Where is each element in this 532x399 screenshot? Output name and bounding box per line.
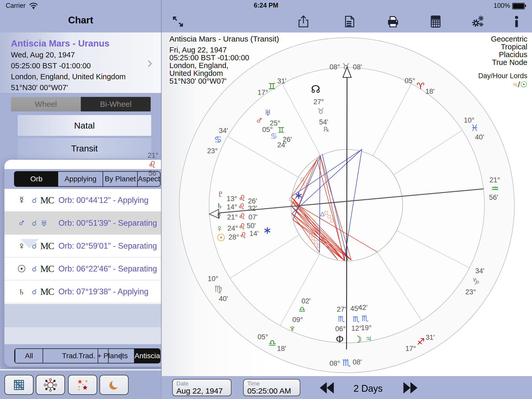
chart-info-panel[interactable]: Antiscia Mars - Uranus Wed, Aug 20, 1947…: [0, 32, 161, 93]
dispositor-graph-button[interactable]: [36, 375, 65, 395]
chart-details: Fri, Aug 22, 194705:25:00 BST -01:00:00L…: [169, 46, 249, 85]
battery-icon: [512, 3, 525, 9]
aspect-category-tabs: AllTrad.Trad. + Planets|Antiscia: [14, 348, 161, 363]
sidebar-bottom-toolbar: [0, 369, 161, 399]
chart-setting-line: Geocentric: [491, 35, 527, 43]
rewind-icon: [319, 382, 335, 394]
bottom-bar: Date Aug 22, 1947 Time 05:25:00 AM 2 Day…: [161, 376, 532, 399]
battery-percent: 100%: [494, 2, 510, 9]
chart-detail-line: 51°N30' 00°W07': [169, 77, 249, 85]
fixed-stars-button[interactable]: [68, 375, 97, 395]
filter-tab[interactable]: By Planet: [103, 172, 137, 186]
category-tab[interactable]: Antiscia: [134, 349, 160, 363]
planet2-glyph: MC: [40, 286, 57, 297]
step-interval-label[interactable]: 2 Days: [354, 383, 383, 394]
moon-phases-button[interactable]: [99, 375, 129, 395]
status-bar: Carrier 6:24 PM 100%: [0, 0, 532, 11]
chevron-right-icon: ›: [147, 55, 152, 70]
chart-info-title: Antiscia Mars - Uranus: [11, 38, 109, 49]
tab-wheel[interactable]: Wheel: [11, 97, 81, 111]
chart-title: Antiscia Mars - Uranus (Transit): [169, 35, 279, 43]
planet1-glyph: ☉: [15, 263, 28, 275]
day-lord-glyph: ♃: [512, 80, 518, 89]
table-button[interactable]: [429, 14, 442, 29]
category-tab[interactable]: All: [15, 349, 43, 363]
date-field-label: Date: [176, 381, 227, 387]
top-bar: Carrier 6:24 PM 100% Chart: [0, 0, 532, 33]
sidebar: Antiscia Mars - Uranus Wed, Aug 20, 1947…: [0, 32, 161, 399]
aspect-grid-icon: [12, 378, 25, 391]
hour-lord-glyph: ☉: [520, 80, 527, 89]
time-field-label: Time: [247, 381, 296, 387]
fullscreen-button[interactable]: [171, 14, 185, 29]
aspect-grid-button[interactable]: [4, 375, 34, 395]
planet2-glyph: ♅: [40, 217, 57, 229]
orb-text: Orb: 02°59'01" - Separating: [58, 241, 157, 251]
chart-info-time: 05:25:00 BST -01:00:00: [11, 62, 91, 70]
planet2-glyph: MC: [40, 241, 57, 251]
clock-label: 6:24 PM: [0, 2, 532, 9]
popover-arrow: [20, 239, 39, 248]
share-button[interactable]: [297, 14, 310, 29]
aspect-list-item[interactable]: ♄ ☌ MC Orb: 07°19'38" - Applying: [4, 280, 171, 303]
filter-tab[interactable]: Orb: [15, 172, 58, 186]
time-field[interactable]: Time 05:25:00 AM: [243, 379, 300, 396]
time-field-value: 05:25:00 AM: [247, 387, 296, 395]
conjunction-icon: ☌: [28, 196, 40, 205]
dispositor-graph-icon: [44, 378, 57, 391]
planet2-glyph: MC: [40, 263, 57, 274]
chart-info-date: Wed, Aug 20, 1947: [11, 51, 75, 59]
print-button[interactable]: [386, 14, 400, 29]
orb-text: Orb: 06°22'46" - Separating: [58, 264, 157, 274]
orb-text: Orb: 07°19'38" - Applying: [58, 287, 148, 296]
wheel-mode-toggle: Wheel Bi-Wheel: [11, 97, 151, 111]
chart-detail-line: Fri, Aug 22, 1947: [169, 46, 249, 54]
chart-detail-line: 05:25:00 BST -01:00:00: [169, 54, 249, 62]
chart-setting-line: True Node: [491, 58, 527, 66]
aspect-list-item[interactable]: ♂ ☌ ♅ Orb: 00°51'39" - Separating: [4, 212, 171, 235]
conjunction-icon: ☌: [28, 219, 40, 228]
step-forward-button[interactable]: [402, 382, 418, 394]
chart-area: Antiscia Mars - Uranus (Transit) Fri, Au…: [162, 32, 532, 376]
planet2-glyph: MC: [40, 195, 57, 206]
aspect-filter-tabs: OrbAppplyingBy PlanetAspect: [14, 171, 161, 187]
transit-button[interactable]: Transit: [18, 138, 151, 159]
chart-info-location: London, England, United Kingdom: [11, 72, 126, 81]
page-title: Chart: [0, 15, 161, 26]
report-button[interactable]: [343, 14, 356, 29]
info-button[interactable]: [510, 14, 523, 29]
chart-info-coords: 51°N30' 00°W07': [11, 83, 68, 92]
moon-icon: [108, 378, 121, 391]
date-field-value: Aug 22, 1947: [176, 387, 227, 395]
natal-button[interactable]: Natal: [18, 115, 151, 136]
app-screen: Carrier 6:24 PM 100% Chart: [0, 0, 532, 399]
planet1-glyph: ♂: [15, 217, 28, 229]
aspects-popover: OrbAppplyingBy PlanetAspect ☿ ☌ MC Orb: …: [4, 160, 171, 367]
planet1-glyph: ♄: [15, 286, 28, 297]
category-tab[interactable]: |: [108, 349, 134, 363]
settings-button[interactable]: [471, 14, 484, 29]
filter-tab[interactable]: Aspect: [137, 172, 160, 186]
chart-settings: GeocentricTropicalPlacidusTrue Node: [491, 35, 527, 66]
orb-text: Orb: 00°44'12" - Applying: [58, 196, 148, 205]
category-tab[interactable]: Trad. + Planets: [98, 349, 108, 363]
empty-row: [4, 327, 171, 344]
aspect-list-item[interactable]: ☿ ☌ MC Orb: 00°44'12" - Applying: [4, 189, 171, 212]
conjunction-icon: ☌: [28, 264, 40, 273]
chart-detail-line: United Kingdom: [169, 69, 249, 77]
orb-text: Orb: 00°51'39" - Separating: [58, 218, 157, 228]
fixed-stars-icon: [76, 378, 89, 391]
step-back-button[interactable]: [319, 382, 335, 394]
date-field[interactable]: Date Aug 22, 1947: [172, 379, 231, 396]
empty-row: [4, 304, 171, 327]
aspect-list-item[interactable]: ☉ ☌ MC Orb: 06°22'46" - Separating: [4, 257, 171, 280]
day-hour-lords-glyphs: ♃/☉: [512, 80, 527, 89]
chart-setting-line: Placidus: [491, 51, 527, 58]
chart-detail-line: London, England,: [169, 62, 249, 69]
chart-setting-line: Tropical: [491, 43, 527, 51]
fast-forward-icon: [402, 382, 418, 394]
filter-tab[interactable]: Appplying: [58, 172, 103, 186]
planet1-glyph: ☿: [15, 195, 28, 206]
conjunction-icon: ☌: [28, 287, 40, 296]
tab-bi-wheel[interactable]: Bi-Wheel: [81, 97, 151, 111]
